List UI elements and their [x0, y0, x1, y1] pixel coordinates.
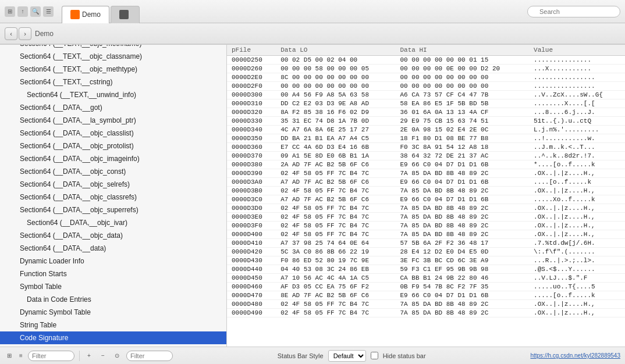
cell-data-lo: 5C 3A C0 86 8B 66 22 19 — [276, 248, 395, 256]
table-row[interactable]: 0000D26000 00 00 58 00 00 00 0500 00 00 … — [227, 65, 625, 73]
settings-button[interactable]: ⊙ — [112, 351, 122, 361]
cell-value: .OX..|.|z....H., — [529, 187, 625, 195]
toolbar-icon-3[interactable]: 🔍 — [30, 6, 41, 17]
breadcrumb: Demo — [35, 30, 620, 38]
table-row[interactable]: 0000D3F002 4F 58 05 FF 7C B4 7C7A 85 DA … — [227, 222, 625, 230]
sidebar-item-code-signature[interactable]: Code Signature — [0, 331, 226, 344]
table-row[interactable]: 0000D3C0A7 AD 7F AC B2 5B 6F C6E9 66 C0 … — [227, 195, 625, 204]
status-bar-style-select[interactable]: Default — [328, 350, 366, 362]
table-row[interactable]: 0000D30000 A4 56 F9 A8 5A 63 58A6 CA 73 … — [227, 91, 625, 99]
sidebar-label-section-selrefs: Section64 (__DATA,__objc_selrefs) — [20, 179, 130, 190]
table-row[interactable]: 0000D460AF D3 05 CC EA 75 6F F20B F9 54 … — [227, 283, 625, 291]
left-filter-area: ⊞ ≡ — [5, 351, 80, 361]
table-row[interactable]: 0000D44004 40 53 08 3C 24 86 EB59 F3 C1 … — [227, 265, 625, 274]
sidebar-item-section-unwind[interactable]: Section64 (__TEXT,__unwind_info) — [0, 88, 226, 101]
remove-button[interactable]: − — [98, 351, 108, 361]
col-value: Value — [529, 45, 625, 56]
table-row[interactable]: 0000D2E08C 00 00 00 00 00 00 0000 00 00 … — [227, 73, 625, 82]
table-body: 0000D25000 02 D5 00 02 04 0000 00 00 00 … — [227, 56, 625, 317]
cell-data-lo: 02 4F 58 05 FF 7C B4 7C — [276, 222, 395, 230]
table-row[interactable]: 0000D3E002 4F 58 05 FF 7C B4 7C7A 85 DA … — [227, 213, 625, 222]
sidebar-section: Executable (ARM64_ALL)Mach64 HeaderLoad … — [0, 45, 226, 347]
right-filter-input[interactable] — [126, 351, 173, 361]
sidebar-item-dynamic-loader[interactable]: Dynamic Loader Info — [0, 255, 226, 267]
content-area: pFile Data LO Data HI Value 0000D25000 0… — [227, 45, 625, 347]
toolbar-icon-4[interactable]: ☰ — [43, 6, 54, 17]
sidebar-item-section-protolist[interactable]: Section64 (__DATA,__objc_protolist) — [0, 140, 226, 152]
sidebar-item-dynamic-symbol[interactable]: Dynamic Symbol Table — [0, 306, 226, 319]
table-row[interactable]: 0000D3802A AD 7F AC B2 5B 6F C6E9 66 C0 … — [227, 160, 625, 169]
cell-data-lo: 04 40 53 08 3C 24 86 EB — [276, 265, 395, 274]
sidebar-item-section-methtype[interactable]: Section64 (__TEXT,__objc_methtype) — [0, 63, 226, 76]
cell-pfile: 0000D400 — [227, 230, 276, 239]
table-row[interactable]: 0000D4205C 3A C0 86 8B 66 22 1928 E4 12 … — [227, 248, 625, 256]
table-row[interactable]: 0000D350DD BA 21 B1 EA A7 A4 C518 F1 80 … — [227, 134, 625, 143]
filter-icon-grid[interactable]: ⊞ — [5, 351, 14, 361]
table-row[interactable]: 0000D48002 4F 58 05 FF 7C B4 7C7A 85 DA … — [227, 300, 625, 309]
table-row[interactable]: 0000D4708E AD 7F AC B2 5B 6F C6E9 66 C0 … — [227, 291, 625, 300]
cell-data-hi: 59 F3 C1 EF 95 9B 9B 98 — [395, 265, 529, 274]
cell-data-lo: DD BA 21 B1 EA A7 A4 C5 — [276, 134, 395, 143]
toolbar-icon-1[interactable]: ⊞ — [5, 6, 15, 17]
search-input[interactable] — [527, 6, 620, 17]
sidebar-item-section-imageinfo[interactable]: Section64 (__DATA,__objc_imageinfo) — [0, 152, 226, 165]
sidebar-item-section-superrefs[interactable]: Section64 (__DATA,__objc_superrefs) — [0, 204, 226, 216]
col-data-hi: Data HI — [395, 45, 529, 56]
filter-icon-list[interactable]: ≡ — [16, 351, 26, 361]
sidebar-label-dynamic-loader: Dynamic Loader Info — [20, 256, 84, 266]
table-row[interactable]: 0000D3D002 4F 58 05 FF 7C B4 7C7A 85 DA … — [227, 204, 625, 213]
table-row[interactable]: 0000D49002 4F 58 05 FF 7C B4 7C7A 85 DA … — [227, 309, 625, 317]
sidebar-item-section-objc-data[interactable]: Section64 (__DATA,__objc_data) — [0, 229, 226, 242]
table-row[interactable]: 0000D3404C A7 6A 8A 6E 25 17 272E 0A 98 … — [227, 126, 625, 134]
hide-status-bar-checkbox[interactable] — [371, 352, 378, 359]
sidebar-item-section-cstring[interactable]: Section64 (__TEXT,__cstring) — [0, 76, 226, 88]
cell-data-hi: 00 00 00 00 00 00 01 15 — [395, 56, 529, 65]
table-row[interactable]: 0000D3A0A7 AD 7F AC B2 5B 6F C6E9 66 C0 … — [227, 178, 625, 187]
table-row[interactable]: 0000D3208A F2 85 38 16 F6 02 D936 01 6A … — [227, 108, 625, 117]
back-button[interactable]: ‹ — [5, 27, 17, 40]
sidebar-item-data-in-code[interactable]: Data in Code Entries — [0, 293, 226, 306]
table-row[interactable]: 0000D3B002 4F 58 05 FF 7C B4 7C7A 85 DA … — [227, 187, 625, 195]
sidebar-item-section-classname[interactable]: Section64 (__TEXT,__objc_classname) — [0, 50, 226, 63]
cell-data-hi: 3E FC 3B BC CD 6C 3E A9 — [395, 256, 529, 265]
table-row[interactable]: 0000D2F000 00 00 00 00 00 00 0000 00 00 … — [227, 82, 625, 91]
sidebar-item-section-const[interactable]: Section64 (__DATA,__objc_const) — [0, 165, 226, 178]
tab-secondary[interactable] — [111, 6, 140, 23]
table-row[interactable]: 0000D37009 A1 5E 8D E0 6B B1 1A38 64 32 … — [227, 152, 625, 160]
sidebar-item-section-got[interactable]: Section64 (__DATA,__got) — [0, 101, 226, 114]
sidebar-item-section-la-symbol[interactable]: Section64 (__DATA,__la_symbol_ptr) — [0, 114, 226, 127]
add-button[interactable]: + — [84, 351, 94, 361]
table-row[interactable]: 0000D360E7 CC 4A 6D D3 E4 16 6BF0 3C 8A … — [227, 143, 625, 152]
cell-value: ............... — [529, 56, 625, 65]
toolbar-icon-2[interactable]: ↑ — [17, 6, 28, 17]
cell-value: \:.f\f".(....... — [529, 248, 625, 256]
table-row[interactable]: 0000D40002 4F 58 05 FF 7C B4 7C7A 85 DA … — [227, 230, 625, 239]
sidebar-item-section-data[interactable]: Section64 (__DATA,__data) — [0, 242, 226, 255]
sidebar-item-symbol-table[interactable]: Symbol Table — [0, 280, 226, 293]
right-filter-area — [126, 351, 173, 361]
sidebar-item-section-classrefs[interactable]: Section64 (__DATA,__objc_classrefs) — [0, 191, 226, 204]
url-link[interactable]: https://h.cg.csdn.net/kyl282889543 — [530, 352, 620, 359]
table-row[interactable]: 0000D410A7 37 98 25 74 64 0E 6457 5B 6A … — [227, 239, 625, 248]
table-row[interactable]: 0000D33035 31 EC 74 D8 1A 7B 0D29 E9 75 … — [227, 117, 625, 126]
cell-value: .@S.<$...Y...... — [529, 265, 625, 274]
table-row[interactable]: 0000D39002 4F 58 05 FF 7C B4 7C7A 85 DA … — [227, 169, 625, 178]
table-row[interactable]: 0000D310DD C2 E2 03 D3 9E A8 AD58 EA 86 … — [227, 99, 625, 108]
table-row[interactable]: 0000D450A7 10 56 AC 4C 4A 1A C5CA BB B1 … — [227, 274, 625, 283]
forward-button[interactable]: › — [19, 27, 31, 40]
cell-data-hi: 7A 85 DA BD 8B 48 89 2C — [395, 222, 529, 230]
table-row[interactable]: 0000D430F0 86 ED 52 80 19 7C 9E3E FC 3B … — [227, 256, 625, 265]
cell-pfile: 0000D3C0 — [227, 195, 276, 204]
tab-demo[interactable]: Demo — [62, 6, 109, 23]
sidebar-item-section-methname[interactable]: Section64 (__TEXT,__objc_methname) — [0, 45, 226, 50]
left-filter-input[interactable] — [28, 351, 74, 361]
sidebar-item-section-classlist[interactable]: Section64 (__DATA,__objc_classlist) — [0, 127, 226, 140]
cell-data-hi: E9 66 C0 04 D7 D1 D1 6B — [395, 195, 529, 204]
sidebar-item-string-table[interactable]: String Table — [0, 319, 226, 331]
sidebar-item-function-starts[interactable]: Function Starts — [0, 267, 226, 280]
sidebar-item-section-ivar[interactable]: Section64 (__DATA,__objc_ivar) — [0, 216, 226, 229]
cell-data-lo: 00 00 00 00 00 00 00 00 — [276, 82, 395, 91]
sidebar-item-section-selrefs[interactable]: Section64 (__DATA,__objc_selrefs) — [0, 178, 226, 191]
cell-value: ..!...........w. — [529, 134, 625, 143]
table-row[interactable]: 0000D25000 02 D5 00 02 04 0000 00 00 00 … — [227, 56, 625, 65]
